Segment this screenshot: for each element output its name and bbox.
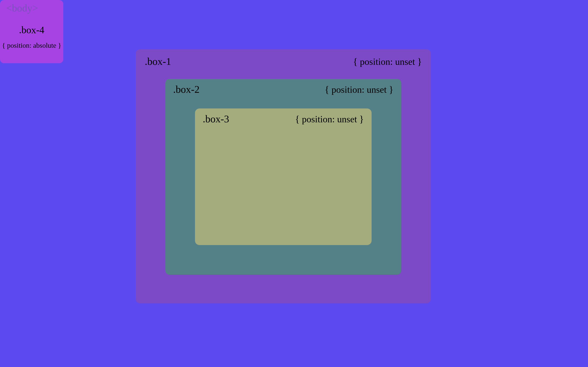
box-1-name: .box-1	[145, 55, 171, 67]
box-4: <body> .box-4 { position: absolute }	[0, 0, 63, 63]
box-3: .box-3 { position: unset }	[195, 108, 372, 245]
box-2: .box-2 { position: unset } .box-3 { posi…	[165, 79, 401, 275]
box-2-name: .box-2	[173, 83, 199, 95]
box-2-position: { position: unset }	[325, 84, 393, 95]
box-1-position: { position: unset }	[353, 56, 422, 67]
box-4-name: .box-4	[19, 24, 44, 35]
box-2-header: .box-2 { position: unset }	[173, 83, 393, 95]
box-4-position: { position: absolute }	[2, 42, 61, 49]
box-1: .box-1 { position: unset } .box-2 { posi…	[136, 49, 431, 303]
box-1-header: .box-1 { position: unset }	[145, 55, 422, 67]
box-3-name: .box-3	[203, 113, 229, 125]
body-label: <body>	[6, 2, 38, 14]
box-3-header: .box-3 { position: unset }	[203, 113, 364, 125]
box-3-position: { position: unset }	[295, 114, 364, 125]
